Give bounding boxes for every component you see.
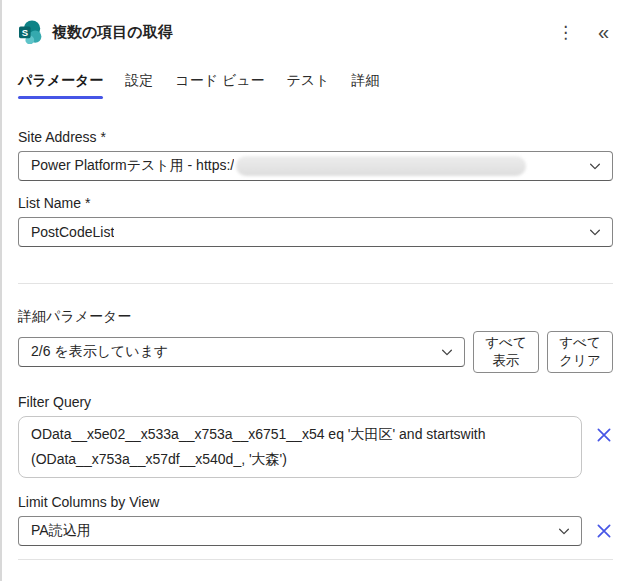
list-name-combobox[interactable]: PostCodeList	[18, 217, 613, 247]
clear-filter-query-icon[interactable]	[595, 426, 613, 444]
tab-code-view[interactable]: コード ビュー	[175, 72, 264, 99]
filter-query-row: OData__x5e02__x533a__x753a__x6751__x54 e…	[18, 416, 613, 478]
action-panel: S 複数の項目の取得 ⋮ « パラメーター 設定 コード ビュー テスト 詳細 …	[2, 0, 629, 560]
limit-columns-value: PA読込用	[31, 522, 91, 540]
tab-test-label: テスト	[287, 72, 330, 88]
chevron-down-icon[interactable]	[588, 225, 602, 239]
limit-columns-select[interactable]: PA読込用	[18, 516, 582, 546]
more-options-icon[interactable]: ⋮	[557, 24, 574, 41]
advanced-parameters-selected: 2/6 を表示しています	[31, 343, 168, 361]
tab-about-label: 詳細	[352, 72, 380, 88]
active-tab-underline	[18, 96, 103, 99]
chevron-down-icon[interactable]	[557, 524, 571, 538]
tab-about[interactable]: 詳細	[352, 72, 380, 99]
tab-settings-label: 設定	[125, 72, 153, 88]
clear-all-button[interactable]: すべてクリア	[547, 331, 613, 373]
filter-query-input[interactable]: OData__x5e02__x533a__x753a__x6751__x54 e…	[18, 416, 582, 478]
list-name-value: PostCodeList	[31, 224, 114, 240]
advanced-parameters-row: 2/6 を表示しています すべて表示 すべてクリア	[18, 331, 613, 373]
tab-parameters[interactable]: パラメーター	[18, 72, 103, 99]
tab-settings[interactable]: 設定	[125, 72, 153, 99]
filter-query-line1: OData__x5e02__x533a__x753a__x6751__x54 e…	[31, 422, 569, 447]
site-address-combobox[interactable]: Power Platformテスト用 - https:/	[18, 151, 613, 181]
svg-text:S: S	[22, 27, 28, 38]
section-divider	[18, 283, 613, 284]
clear-limit-columns-icon[interactable]	[595, 522, 613, 540]
sharepoint-icon: S	[18, 20, 42, 44]
header-actions: ⋮ «	[557, 22, 613, 42]
action-title: 複数の項目の取得	[52, 23, 547, 42]
filter-query-label: Filter Query	[18, 394, 613, 410]
tab-test[interactable]: テスト	[287, 72, 330, 99]
site-address-value: Power Platformテスト用 - https:/	[31, 157, 234, 175]
tab-bar: パラメーター 設定 コード ビュー テスト 詳細	[18, 72, 613, 99]
chevron-down-icon[interactable]	[440, 345, 454, 359]
show-all-button[interactable]: すべて表示	[473, 331, 539, 373]
tab-parameters-label: パラメーター	[18, 72, 103, 88]
chevron-down-icon[interactable]	[588, 159, 602, 173]
advanced-parameters-select[interactable]: 2/6 を表示しています	[18, 337, 465, 367]
panel-header: S 複数の項目の取得 ⋮ «	[18, 0, 613, 44]
collapse-panel-icon[interactable]: «	[598, 22, 609, 42]
list-name-label: List Name *	[18, 195, 613, 211]
site-address-redacted-blur	[236, 156, 526, 176]
advanced-parameters-label: 詳細パラメーター	[18, 308, 613, 326]
filter-query-line2: (OData__x753a__x57df__x540d_, '大森')	[31, 447, 569, 472]
limit-columns-row: PA読込用	[18, 516, 613, 546]
tab-code-view-label: コード ビュー	[175, 72, 264, 88]
bottom-divider	[18, 559, 613, 560]
site-address-label: Site Address *	[18, 129, 613, 145]
limit-columns-label: Limit Columns by View	[18, 494, 613, 510]
